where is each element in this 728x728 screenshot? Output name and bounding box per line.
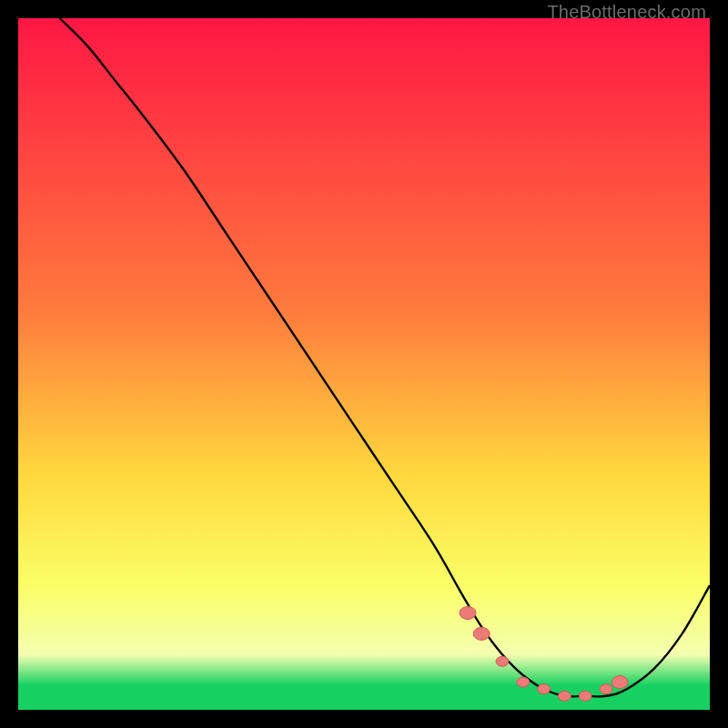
chart-frame (18, 18, 710, 710)
marker-point (612, 676, 628, 689)
marker-point (517, 677, 530, 687)
marker-point (600, 684, 612, 694)
gradient-background (18, 18, 710, 710)
marker-point (460, 607, 476, 620)
marker-point (538, 684, 551, 694)
marker-point (558, 691, 571, 701)
bottleneck-chart (18, 18, 710, 710)
marker-point (579, 691, 592, 701)
marker-point (496, 656, 509, 666)
marker-point (473, 627, 490, 640)
